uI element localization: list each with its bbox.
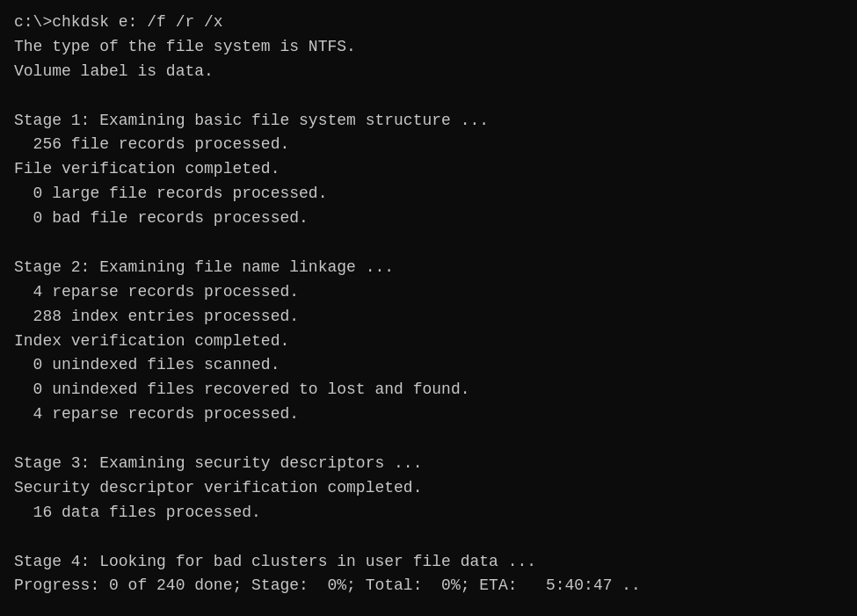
terminal-line-stage2-reparse2: 4 reparse records processed.: [14, 402, 843, 427]
terminal-line-stage2-index-verify: Index verification completed.: [14, 330, 843, 354]
terminal-line-cmd: c:\>chkdsk e: /f /r /x: [14, 11, 843, 35]
terminal-window: c:\>chkdsk e: /f /r /xThe type of the fi…: [0, 0, 857, 616]
terminal-line-stage1-file-records: 256 file records processed.: [14, 133, 843, 157]
terminal-line-stage1-bad: 0 bad file records processed.: [14, 207, 843, 231]
terminal-line-stage2-reparse1: 4 reparse records processed.: [14, 280, 843, 305]
terminal-line-stage1-large: 0 large file records processed.: [14, 182, 843, 207]
terminal-line-line2: Volume label is data.: [14, 60, 843, 84]
terminal-line-stage4-header: Stage 4: Looking for bad clusters in use…: [14, 550, 843, 575]
terminal-line-stage1-file-verify: File verification completed.: [14, 157, 843, 182]
blank-line: [14, 84, 843, 109]
blank-line: [14, 525, 843, 550]
terminal-line-stage1-header: Stage 1: Examining basic file system str…: [14, 109, 843, 134]
terminal-line-stage2-index: 288 index entries processed.: [14, 305, 843, 330]
terminal-line-stage3-data-files: 16 data files processed.: [14, 501, 843, 525]
terminal-line-stage2-unindexed-scanned: 0 unindexed files scanned.: [14, 353, 843, 378]
terminal-line-stage4-progress: Progress: 0 of 240 done; Stage: 0%; Tota…: [14, 574, 843, 598]
terminal-line-line1: The type of the file system is NTFS.: [14, 35, 843, 60]
blank-line: [14, 427, 843, 452]
terminal-line-stage2-unindexed-recovered: 0 unindexed files recovered to lost and …: [14, 378, 843, 402]
terminal-line-stage3-security-verify: Security descriptor verification complet…: [14, 476, 843, 501]
terminal-line-stage3-header: Stage 3: Examining security descriptors …: [14, 452, 843, 476]
terminal-line-stage2-header: Stage 2: Examining file name linkage ...: [14, 256, 843, 280]
blank-line: [14, 231, 843, 256]
